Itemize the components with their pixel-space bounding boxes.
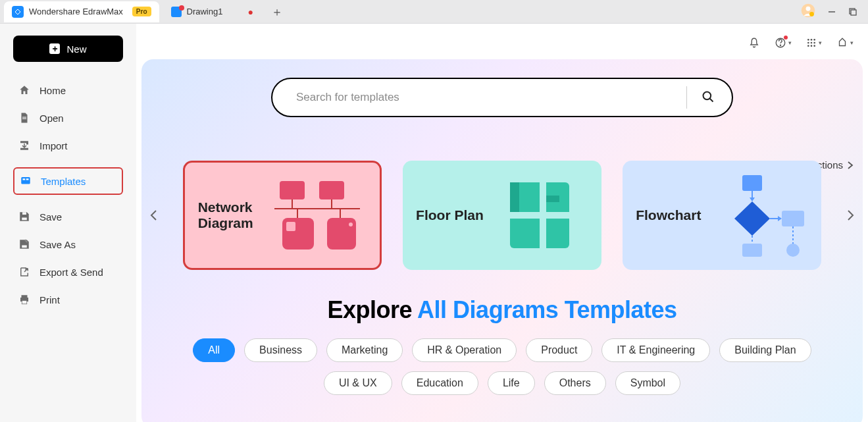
svg-point-19: [807, 39, 809, 41]
svg-point-22: [807, 42, 809, 44]
svg-rect-42: [510, 182, 519, 215]
chip-product[interactable]: Product: [526, 338, 592, 362]
headline: Explore All Diagrams Templates: [136, 296, 868, 324]
sidebar-item-import[interactable]: Import: [13, 132, 123, 159]
templates-icon: [20, 175, 32, 187]
headline-prefix: Explore: [327, 296, 417, 323]
sidebar-item-label: Export & Send: [39, 267, 103, 278]
export-icon: [18, 266, 30, 278]
sidebar-item-label: Templates: [41, 176, 86, 187]
notifications-button[interactable]: [748, 37, 760, 49]
new-tab-button[interactable]: ＋: [268, 3, 286, 21]
svg-point-28: [703, 92, 711, 99]
tab-label: Drawing1: [187, 7, 223, 16]
card-floor-plan[interactable]: Floor Plan: [403, 161, 601, 270]
svg-rect-39: [286, 222, 295, 231]
card-title: Flowchart: [636, 207, 701, 223]
sidebar: + New Home Open Import Templates: [0, 24, 136, 422]
chip-marketing[interactable]: Marketing: [326, 338, 403, 362]
svg-rect-16: [22, 301, 27, 304]
card-flowchart[interactable]: Flowchart: [623, 161, 821, 270]
avatar-icon[interactable]: [801, 3, 815, 20]
theme-button[interactable]: ▾: [836, 37, 854, 49]
svg-rect-38: [327, 218, 356, 250]
svg-rect-10: [26, 178, 29, 180]
card-title: Network Diagram: [198, 199, 260, 231]
search-input[interactable]: [296, 91, 672, 104]
pro-badge: Pro: [132, 7, 151, 16]
headline-accent: All Diagrams Templates: [417, 296, 677, 323]
chip-business[interactable]: Business: [244, 338, 317, 362]
svg-rect-9: [23, 178, 26, 180]
card-network-diagram[interactable]: Network Diagram: [183, 161, 382, 270]
minimize-button[interactable]: [827, 7, 836, 16]
svg-point-24: [813, 42, 815, 44]
chip-symbol[interactable]: Symbol: [615, 371, 680, 395]
document-icon: [171, 7, 182, 17]
app-logo-icon: [12, 6, 24, 18]
carousel-next-button[interactable]: [842, 207, 859, 224]
save-as-icon: [18, 238, 30, 250]
import-icon: [18, 140, 30, 151]
svg-line-29: [710, 98, 713, 101]
svg-point-27: [813, 45, 815, 47]
sidebar-item-home[interactable]: Home: [13, 76, 123, 104]
apps-button[interactable]: ▾: [806, 38, 822, 48]
tab-app[interactable]: Wondershare EdrawMax Pro: [4, 1, 159, 22]
file-icon: [18, 112, 30, 124]
flowchart-graphic: [709, 172, 808, 258]
new-button[interactable]: + New: [13, 36, 123, 62]
svg-rect-46: [742, 175, 762, 191]
svg-rect-13: [22, 246, 27, 248]
svg-point-25: [807, 45, 809, 47]
sidebar-item-print[interactable]: Print: [13, 286, 123, 313]
main-area: ▾ ▾ ▾ All Collections Network Diagram: [136, 24, 868, 422]
new-button-label: New: [66, 43, 86, 55]
chip-building-plan[interactable]: Building Plan: [719, 338, 811, 362]
chip-ui-ux[interactable]: UI & UX: [324, 371, 392, 395]
svg-point-49: [786, 244, 800, 257]
svg-rect-12: [22, 212, 26, 215]
svg-rect-5: [851, 10, 856, 15]
svg-rect-14: [22, 295, 28, 298]
network-diagram-graphic: [268, 172, 367, 258]
chip-all[interactable]: All: [193, 338, 235, 362]
svg-rect-31: [319, 181, 344, 199]
sidebar-item-label: Home: [39, 85, 66, 96]
print-icon: [18, 294, 30, 305]
template-cards-row: Network Diagram: [136, 161, 868, 270]
tab-drawing1[interactable]: Drawing1 ●: [163, 1, 261, 22]
sidebar-item-save[interactable]: Save: [13, 203, 123, 230]
chip-others[interactable]: Others: [544, 371, 606, 395]
floor-plan-graphic: [492, 172, 588, 258]
chip-education[interactable]: Education: [401, 371, 478, 395]
svg-rect-6: [22, 117, 26, 118]
chip-it-engineering[interactable]: IT & Engineering: [601, 338, 710, 362]
filter-chips: All Business Marketing HR & Operation Pr…: [136, 338, 868, 395]
sidebar-item-export[interactable]: Export & Send: [13, 258, 123, 286]
carousel-prev-button[interactable]: [145, 207, 162, 224]
sidebar-item-save-as[interactable]: Save As: [13, 230, 123, 258]
svg-point-40: [349, 223, 353, 226]
save-icon: [18, 211, 30, 223]
svg-rect-11: [22, 218, 27, 221]
chip-hr-operation[interactable]: HR & Operation: [412, 338, 517, 362]
svg-point-23: [811, 42, 813, 44]
search-button[interactable]: [702, 90, 715, 105]
sidebar-item-open[interactable]: Open: [13, 104, 123, 132]
maximize-button[interactable]: [848, 7, 857, 16]
app-name-label: Wondershare EdrawMax: [29, 7, 123, 16]
svg-rect-48: [742, 244, 762, 257]
svg-point-1: [806, 6, 811, 11]
search-divider: [686, 86, 687, 109]
home-icon: [18, 84, 30, 96]
sidebar-item-label: Print: [39, 294, 60, 305]
chip-life[interactable]: Life: [488, 371, 535, 395]
help-button[interactable]: ▾: [775, 37, 792, 49]
svg-point-26: [811, 45, 813, 47]
sidebar-item-templates[interactable]: Templates: [13, 167, 123, 195]
svg-rect-8: [21, 177, 30, 184]
svg-rect-47: [782, 211, 804, 226]
sidebar-item-label: Save: [39, 211, 62, 223]
svg-rect-44: [510, 212, 569, 219]
